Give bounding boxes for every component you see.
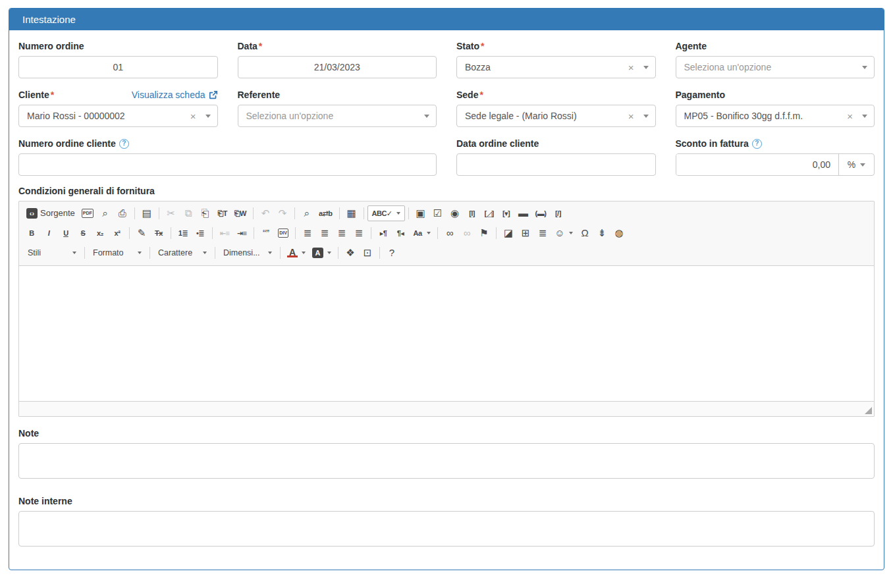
sede-label: Sede xyxy=(456,90,478,100)
numero-ordine-cliente-input[interactable] xyxy=(18,153,437,176)
language-button[interactable]: Aa xyxy=(409,225,434,241)
align-left-button[interactable]: ≣ xyxy=(299,225,316,241)
chevron-down-icon xyxy=(138,252,142,254)
div-container-button[interactable]: DIV xyxy=(275,226,292,240)
paste-from-word-button[interactable]: ⎗W xyxy=(231,205,250,221)
maximize-icon: ❖ xyxy=(345,248,356,258)
cliente-select[interactable]: Mario Rossi - 00000002 × xyxy=(18,105,218,127)
toolbar-group: ⇤≡⇥≡ xyxy=(216,225,250,241)
visualizza-scheda-link[interactable]: Visualizza scheda xyxy=(132,90,218,100)
agente-select[interactable]: Seleziona un'opzione xyxy=(676,56,875,78)
underline-button[interactable]: U xyxy=(57,225,74,241)
image-button-button[interactable]: (▬) xyxy=(532,205,550,221)
background-color-button[interactable]: A xyxy=(309,245,335,261)
sconto-input[interactable] xyxy=(676,154,839,175)
link-button[interactable]: ∞ xyxy=(441,225,458,241)
font-combo[interactable]: Carattere xyxy=(154,246,211,260)
unlink-button: ∞ xyxy=(458,225,475,241)
text-field-button[interactable]: [I] xyxy=(464,205,481,221)
superscript-button[interactable]: x² xyxy=(109,225,126,241)
numbered-list-button[interactable]: 1≣ xyxy=(175,225,192,241)
select-all-button[interactable]: ▦ xyxy=(343,205,360,221)
help-icon[interactable]: ? xyxy=(752,139,762,149)
referente-select[interactable]: Seleziona un'opzione xyxy=(238,105,437,127)
pagamento-select-value: MP05 - Bonifico 30gg d.f.f.m. xyxy=(684,111,842,121)
remove-format-button[interactable]: Tx xyxy=(150,225,167,241)
about-button[interactable]: ? xyxy=(383,245,400,261)
strikethrough-icon: S xyxy=(78,228,88,238)
subscript-icon: x₂ xyxy=(95,228,105,238)
text-color-icon: A xyxy=(287,248,298,257)
print-button[interactable]: ⎙ xyxy=(114,205,131,221)
styles-combo[interactable]: Stili xyxy=(24,246,80,260)
show-blocks-button[interactable]: ⊡ xyxy=(359,245,376,261)
paste-button[interactable]: ⎗ xyxy=(197,205,214,221)
redo-icon: ↷ xyxy=(277,208,288,219)
subscript-button[interactable]: x₂ xyxy=(92,225,109,241)
find-button[interactable]: ⌕ xyxy=(298,205,315,221)
source-button[interactable]: ‹›Sorgente xyxy=(23,205,78,221)
bold-button[interactable]: B xyxy=(23,225,40,241)
bulleted-list-button[interactable]: •≣ xyxy=(192,225,209,241)
page-break-button[interactable]: ⇟ xyxy=(593,225,610,241)
font-size-combo[interactable]: Dimensi... xyxy=(219,246,276,260)
table-button[interactable]: ⊞ xyxy=(517,225,534,241)
numero-ordine-input[interactable] xyxy=(18,56,218,78)
templates-button[interactable]: ▤ xyxy=(138,205,155,221)
horizontal-rule-button[interactable]: ≣ xyxy=(534,225,551,241)
export-pdf-button[interactable]: PDF xyxy=(78,206,97,221)
textarea-button[interactable]: [◿] xyxy=(481,205,498,221)
toolbar-row: BIUSx₂x²✎Tx1≣•≣⇤≡⇥≡“”DIV≣≣≣≣▸¶¶◂Aa∞∞⚑◪⊞≣… xyxy=(23,223,870,243)
replace-button[interactable]: a⇄b xyxy=(315,205,336,221)
editor-content[interactable] xyxy=(19,266,874,401)
justify-icon: ≣ xyxy=(354,228,364,238)
help-icon[interactable]: ? xyxy=(119,139,129,149)
bidi-ltr-button[interactable]: ▸¶ xyxy=(375,225,392,241)
text-color-button[interactable]: A xyxy=(284,246,309,260)
clear-icon[interactable]: × xyxy=(190,111,196,121)
increase-indent-button[interactable]: ⇥≡ xyxy=(233,225,250,241)
clear-icon[interactable]: × xyxy=(628,111,634,121)
blockquote-button[interactable]: “” xyxy=(257,225,275,241)
radio-button-button[interactable]: ◉ xyxy=(447,205,464,221)
pagamento-select[interactable]: MP05 - Bonifico 30gg d.f.f.m. × xyxy=(676,105,875,127)
anchor-button[interactable]: ⚑ xyxy=(475,225,493,241)
preview-button[interactable]: ⌕ xyxy=(97,205,114,221)
align-right-button[interactable]: ≣ xyxy=(333,225,350,241)
strikethrough-button[interactable]: S xyxy=(74,225,92,241)
iframe-button[interactable]: ◍ xyxy=(610,225,628,241)
paste-as-text-button[interactable]: ⎗T xyxy=(214,205,231,221)
clear-icon[interactable]: × xyxy=(628,63,634,72)
note-textarea[interactable] xyxy=(18,443,875,479)
spellcheck-button[interactable]: ABC✓ xyxy=(367,205,405,221)
select-field-button[interactable]: [▾] xyxy=(498,205,515,221)
data-input[interactable] xyxy=(238,56,437,78)
align-center-button[interactable]: ≣ xyxy=(316,225,333,241)
clear-icon[interactable]: × xyxy=(847,111,853,121)
special-character-button[interactable]: Ω xyxy=(576,225,593,241)
smiley-button[interactable]: ☺ xyxy=(551,225,576,241)
stato-select[interactable]: Bozza × xyxy=(456,56,656,78)
copy-formatting-button[interactable]: ✎ xyxy=(133,225,150,241)
source-button-label: Sorgente xyxy=(40,208,75,219)
templates-icon: ▤ xyxy=(142,208,152,219)
hidden-field-button[interactable]: [/] xyxy=(549,205,566,221)
resize-handle[interactable] xyxy=(865,407,872,414)
checkbox-button[interactable]: ☑ xyxy=(429,205,447,221)
format-combo[interactable]: Formato xyxy=(89,246,146,260)
justify-button[interactable]: ≣ xyxy=(350,225,367,241)
toolbar-group: ▦ xyxy=(343,205,360,221)
italic-button[interactable]: I xyxy=(40,225,57,241)
required-asterisk: * xyxy=(479,90,483,100)
button-button[interactable]: ▬ xyxy=(515,205,532,221)
note-interne-textarea[interactable] xyxy=(18,511,875,547)
maximize-button[interactable]: ❖ xyxy=(342,245,359,261)
about-icon: ? xyxy=(387,248,397,258)
sede-select[interactable]: Sede legale - (Mario Rossi) × xyxy=(456,105,656,127)
form-button[interactable]: ▣ xyxy=(412,205,429,221)
chevron-down-icon xyxy=(427,232,431,234)
sconto-unit-select[interactable]: % xyxy=(838,154,874,175)
data-ordine-cliente-input[interactable] xyxy=(456,153,656,176)
bidi-rtl-button[interactable]: ¶◂ xyxy=(392,225,409,241)
image-button[interactable]: ◪ xyxy=(500,225,517,241)
